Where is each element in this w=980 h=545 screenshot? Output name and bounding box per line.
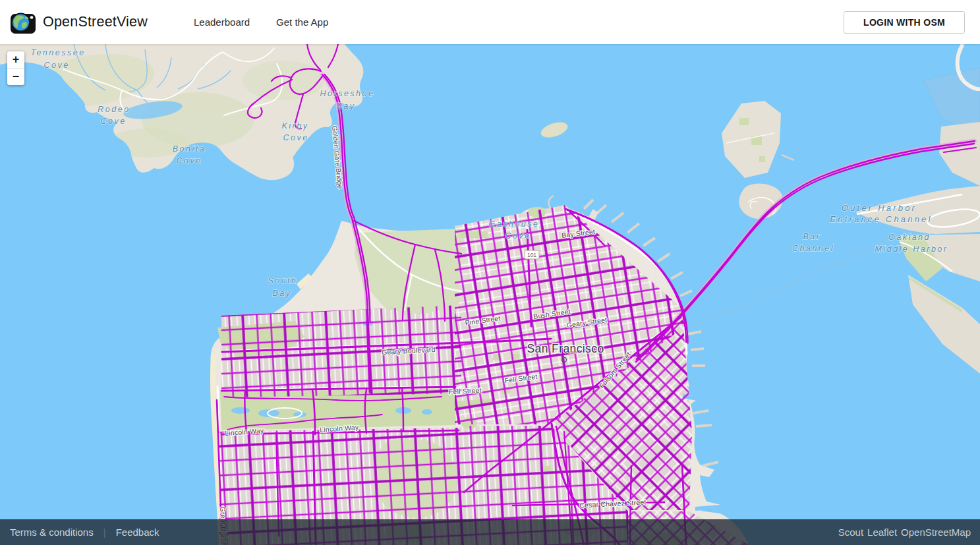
svg-text:Cove: Cove: [100, 117, 126, 126]
attribution-leaflet-link[interactable]: Leaflet: [867, 527, 897, 538]
label-horseshoe-bay: Horseshoe: [320, 89, 375, 98]
label-bonita-cove: Bonita: [173, 144, 206, 154]
svg-text:Cove: Cove: [505, 231, 531, 241]
label-bar-channel: Bar: [803, 232, 821, 241]
attribution-openstreetmap-link[interactable]: OpenStreetMap: [901, 527, 971, 538]
svg-text:101: 101: [527, 252, 536, 258]
label-tennessee-cove: Tennessee: [30, 48, 85, 57]
map-attribution: Scout Leaflet OpenStreetMap: [838, 527, 971, 538]
main-nav: Leaderboard Get the App: [194, 16, 328, 28]
zoom-control: + −: [7, 51, 24, 85]
svg-text:Bay: Bay: [336, 101, 355, 111]
svg-text:Cove: Cove: [43, 61, 69, 70]
route-101-shield: 101: [525, 250, 539, 259]
map-canvas: Tennessee Cove Rodeo Cove Bonita Cove Ho…: [0, 44, 980, 545]
zoom-in-button[interactable]: +: [7, 51, 24, 68]
label-outer-harbor: Outer Harbor: [842, 203, 917, 213]
openstreetview-page: { "header": { "brand": "OpenStreetView",…: [0, 0, 980, 545]
terms-and-conditions-link[interactable]: Terms & conditions: [10, 527, 94, 538]
nav-item-leaderboard[interactable]: Leaderboard: [194, 16, 250, 28]
label-san-francisco: San Francisco: [527, 342, 604, 355]
nav-item-get-the-app[interactable]: Get the App: [276, 16, 328, 28]
brand-title: OpenStreetView: [43, 14, 148, 30]
svg-text:Channel: Channel: [792, 244, 834, 253]
svg-text:Entrance Channel: Entrance Channel: [830, 214, 932, 224]
app-header: OpenStreetView Leaderboard Get the App L…: [0, 0, 980, 44]
zoom-out-button[interactable]: −: [7, 68, 24, 85]
attribution-scout-link[interactable]: Scout: [838, 527, 863, 538]
label-south-bay: South: [268, 276, 297, 285]
feedback-link[interactable]: Feedback: [116, 527, 159, 538]
map-viewport[interactable]: Tennessee Cove Rodeo Cove Bonita Cove Ho…: [0, 44, 980, 545]
label-rodeo-cove: Rodeo: [98, 105, 130, 114]
label-kirby-cove: Kirby: [282, 121, 309, 130]
svg-text:Cove: Cove: [176, 156, 202, 165]
svg-text:Middle Harbor: Middle Harbor: [875, 244, 948, 254]
label-oakland-middle-harbor: Oakland: [888, 233, 931, 242]
map-footer: Terms & conditions | Feedback Scout Leaf…: [0, 519, 980, 545]
footer-separator: |: [103, 527, 106, 538]
label-gashouse-cove: Gashouse: [489, 219, 540, 229]
svg-text:Bay: Bay: [272, 289, 291, 298]
svg-text:Cove: Cove: [283, 133, 308, 142]
footer-links: Terms & conditions | Feedback: [10, 527, 159, 538]
openstreetview-logo-icon: [9, 9, 37, 36]
login-with-osm-button[interactable]: LOGIN WITH OSM: [844, 11, 965, 34]
